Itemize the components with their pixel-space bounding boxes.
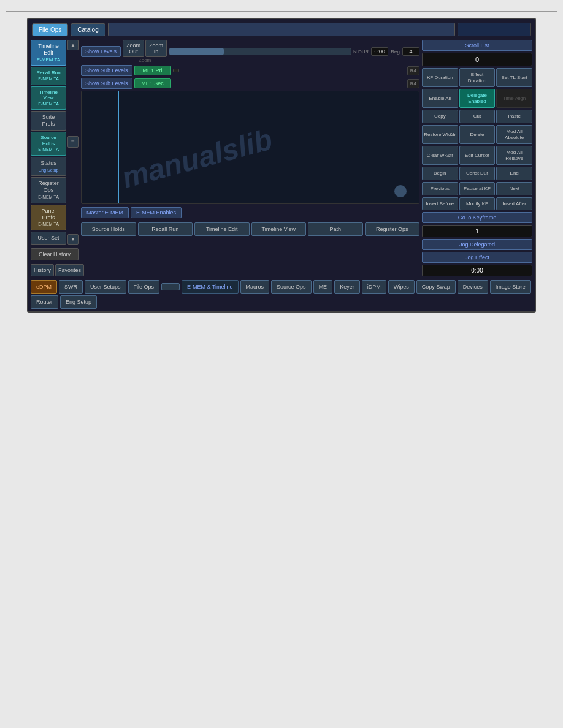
zoom-in-btn[interactable]: ZoomIn (145, 40, 167, 57)
jog-effect-btn[interactable]: Jog Effect (422, 252, 532, 263)
left-sidebar: Timeline Edit E-MEM TA Recall Run E-MEM … (31, 40, 79, 276)
favorites-btn[interactable]: Favorites (55, 264, 84, 276)
jog-value: 0:00 (422, 265, 532, 276)
sidebar-item-register-ops[interactable]: RegisterOps E-MEM TA (31, 177, 66, 203)
delegate-enabled-btn[interactable]: Delegate Enabled (459, 89, 496, 108)
toolbar-devices-btn[interactable]: Devices (458, 280, 488, 294)
insert-before-btn[interactable]: Insert Before (422, 197, 458, 211)
btn-row-4: Restore Wk&fr Delete Mod All Absolute (422, 125, 532, 144)
btn-row-6: Begin Const Dur End (422, 167, 532, 180)
mod-all-absolute-btn[interactable]: Mod All Absolute (496, 125, 532, 144)
kf-duration-btn[interactable]: KF Duration (422, 68, 458, 87)
tab-catalog[interactable]: Catalog (71, 23, 105, 36)
timeline-scrollbar[interactable] (169, 48, 351, 55)
sidebar-item-status[interactable]: Status Eng Setup (31, 157, 66, 176)
toolbar-eng-setup-btn[interactable]: Eng Setup (60, 295, 97, 309)
btn-row-5: Clear Wk&fr Edit Cursor Mod All Relative (422, 146, 532, 165)
center-panel: Show Levels ZoomOut ZoomIn Zoom N DUR 0:… (81, 40, 419, 276)
sidebar-item-source-holds[interactable]: SourceHolds E-MEM TA (31, 132, 66, 156)
sidebar-items: Timeline Edit E-MEM TA Recall Run E-MEM … (31, 40, 66, 245)
modify-kf-btn[interactable]: Modify KF (459, 197, 496, 211)
timeline-bottom-bar: Master E-MEM E-MEM Enables (81, 207, 419, 218)
clear-wksfr-btn[interactable]: Clear Wk&fr (422, 146, 458, 165)
scroll-up-btn[interactable]: ▲ (67, 40, 79, 50)
sidebar-scroll-area: Timeline Edit E-MEM TA Recall Run E-MEM … (31, 40, 79, 245)
toolbar-me-btn[interactable]: ME (313, 280, 333, 294)
sub-level-row1: Show Sub Levels ME1 Pri R4 (81, 65, 419, 76)
show-levels-btn[interactable]: Show Levels (81, 46, 121, 57)
scroll-list-btn[interactable]: Scroll List (422, 40, 532, 51)
timeline-playhead (394, 185, 407, 197)
pause-at-kf-btn[interactable]: Pause at KF (459, 182, 496, 195)
btn-row-7: Previous Pause at KF Next (422, 182, 532, 195)
toolbar-wipes-btn[interactable]: Wipes (388, 280, 415, 294)
n-dur-value: 0:00 (371, 47, 388, 56)
mod-all-relative-btn[interactable]: Mod All Relative (496, 146, 532, 165)
delete-btn[interactable]: Delete (459, 125, 496, 144)
right-panel: Scroll List 0 KF Duration Effect Duratio… (422, 40, 532, 276)
cut-btn[interactable]: Cut (459, 110, 496, 123)
restore-wksfr-btn[interactable]: Restore Wk&fr (422, 125, 458, 144)
toolbar-macros-btn[interactable]: Macros (240, 280, 270, 294)
toolbar-edpm-btn[interactable]: eDPM (31, 280, 57, 294)
toolbar-image-store-btn[interactable]: Image Store (490, 280, 531, 294)
end-btn[interactable]: End (496, 167, 532, 180)
goto-keyframe-btn[interactable]: GoTo Keyframe (422, 212, 532, 223)
sidebar-item-suite-prefs[interactable]: SuitePrefs (31, 111, 66, 131)
toolbar-swr-btn[interactable]: SWR (59, 280, 83, 294)
me1-pri-tag: ME1 Pri (134, 66, 171, 75)
nav-timeline-edit[interactable]: Timeline Edit (194, 222, 250, 236)
n-dur-label: N DUR (353, 49, 369, 55)
toolbar-emem-timeline-btn[interactable]: E-MEM & Timeline (182, 280, 239, 294)
sidebar-item-panel-prefs[interactable]: PanelPrefs E-MEM TA (31, 205, 66, 230)
time-align-btn[interactable]: Time Align (496, 89, 532, 108)
r4-marker-1: R4 (407, 66, 419, 75)
insert-after-btn[interactable]: Insert After (496, 197, 532, 211)
toolbar-router-btn[interactable]: Router (31, 295, 58, 309)
toolbar-keyer-btn[interactable]: Keyer (334, 280, 360, 294)
clear-history-button[interactable]: Clear History (31, 248, 79, 260)
toolbar-copy-swap-btn[interactable]: Copy Swap (416, 280, 456, 294)
top-divider (6, 11, 557, 12)
btn-row-1: KF Duration Effect Duration Set TL Start (422, 68, 532, 87)
copy-btn[interactable]: Copy (422, 110, 458, 123)
paste-btn[interactable]: Paste (496, 110, 532, 123)
edit-cursor-btn[interactable]: Edit Cursor (459, 146, 496, 165)
emem-enables-btn[interactable]: E-MEM Enables (131, 207, 182, 218)
toolbar-placeholder (161, 283, 180, 290)
jog-delegated-btn[interactable]: Jog Delegated (422, 239, 532, 250)
sidebar-item-timeline-view[interactable]: TimelineView E-MEM TA (31, 86, 66, 110)
nav-timeline-view[interactable]: Timeline View (251, 222, 307, 236)
effect-duration-btn[interactable]: Effect Duration (459, 68, 496, 87)
sidebar-item-recall-run[interactable]: Recall Run E-MEM TA (31, 67, 66, 85)
nav-path[interactable]: Path (308, 222, 363, 236)
begin-btn[interactable]: Begin (422, 167, 458, 180)
sidebar-item-user-set[interactable]: User Set (31, 232, 66, 245)
hamburger-btn[interactable]: ≡ (67, 136, 79, 148)
scroll-down-btn[interactable]: ▼ (67, 234, 79, 245)
next-btn[interactable]: Next (496, 182, 532, 195)
show-sub-levels-2-btn[interactable]: Show Sub Levels (81, 78, 132, 89)
top-display (108, 23, 455, 36)
zoom-out-btn[interactable]: ZoomOut (123, 40, 144, 57)
timeline-info: N DUR 0:00 Reg 4 (353, 47, 419, 56)
toolbar-source-ops-btn[interactable]: Source Ops (271, 280, 312, 294)
reg-value: 4 (402, 47, 419, 56)
toolbar-file-ops-btn[interactable]: File Ops (128, 280, 160, 294)
toolbar-user-setups-btn[interactable]: User Setups (85, 280, 126, 294)
show-sub-levels-1-btn[interactable]: Show Sub Levels (81, 65, 132, 76)
set-tl-start-btn[interactable]: Set TL Start (496, 68, 532, 87)
tab-file-ops[interactable]: File Ops (32, 23, 68, 36)
master-emem-btn[interactable]: Master E-MEM (81, 207, 129, 218)
scroll-arrows: ▲ ≡ ▼ (67, 40, 79, 245)
toolbar-idpm-btn[interactable]: iDPM (362, 280, 386, 294)
enable-all-btn[interactable]: Enable All (422, 89, 458, 108)
previous-btn[interactable]: Previous (422, 182, 458, 195)
sidebar-item-timeline-edit[interactable]: Timeline Edit E-MEM TA (31, 40, 66, 66)
nav-recall-run[interactable]: Recall Run (138, 222, 193, 236)
nav-source-holds[interactable]: Source Holds (81, 222, 136, 236)
const-dur-btn[interactable]: Const Dur (459, 167, 496, 180)
nav-register-ops[interactable]: Register Ops (365, 222, 420, 236)
history-btn[interactable]: History (31, 264, 54, 276)
top-tab-bar: File Ops Catalog (31, 21, 532, 37)
